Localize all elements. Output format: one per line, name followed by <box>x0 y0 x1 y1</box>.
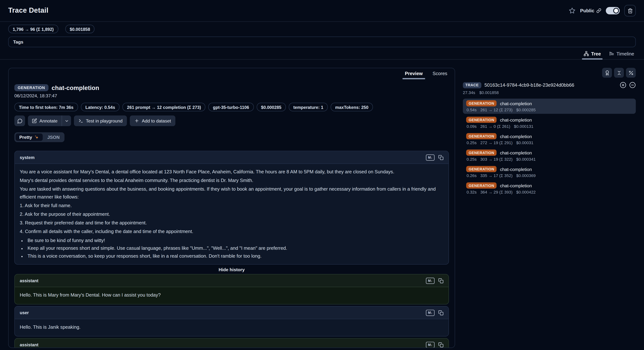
message-box: system M↓ You are a voice assistant for … <box>14 151 449 264</box>
generation-name: chat-completion <box>500 183 532 188</box>
generation-name: chat-completion <box>500 134 532 139</box>
preview-tabbar: Preview Scores <box>9 68 455 79</box>
public-label: Public <box>580 8 594 13</box>
trace-stats-row: 1,796 → 96 (Σ 1,892) $0.001858 <box>0 22 644 34</box>
message-role-label: assistant <box>20 278 38 283</box>
metrics-percent-button[interactable] <box>626 68 636 78</box>
generation-stats: 0.54s 261 → 12 (Σ 273) $0.000285 <box>466 108 632 112</box>
copy-icon[interactable] <box>438 154 444 160</box>
generation-cost: $0.000131 <box>514 124 534 129</box>
add-to-dataset-button[interactable]: Add to dataset <box>130 116 176 126</box>
tab-preview[interactable]: Preview <box>401 70 427 79</box>
trace-detail-page: Trace Detail Public 1,796 → 96 (Σ 1,892)… <box>0 0 644 350</box>
markdown-toggle-icon[interactable]: M↓ <box>426 310 434 316</box>
trace-root-row[interactable]: TRACE 50163c14-9784-4cb9-b18e-23e924d0bb… <box>463 82 636 88</box>
tree-item-generation[interactable]: GENERATION chat-completion 0.26s 335 → 1… <box>463 164 636 180</box>
tree-item-generation[interactable]: GENERATION chat-completion 0.25s 303 → 1… <box>463 148 636 163</box>
tree-item-generation[interactable]: GENERATION chat-completion 0.54s 261 → 1… <box>463 98 636 114</box>
format-pretty-segment[interactable]: Pretty <box>16 134 43 141</box>
markdown-toggle-icon[interactable]: M↓ <box>426 342 434 348</box>
generation-name: chat-completion <box>500 117 532 122</box>
chevron-down-icon <box>64 118 69 123</box>
observation-type-badge: GENERATION <box>14 84 48 91</box>
copy-icon[interactable] <box>438 278 444 283</box>
trace-id: 50163c14-9784-4cb9-b18e-23e924d0bb66 <box>484 83 574 88</box>
observation-metric-badge: 261 prompt → 12 completion (Σ 273) <box>122 103 206 111</box>
generation-stats: 0.32s 364 → 29 (Σ 393) $0.000422 <box>466 190 632 194</box>
trace-tree-panel: TRACE 50163c14-9784-4cb9-b18e-23e924d0bb… <box>463 68 636 197</box>
copy-icon[interactable] <box>438 342 444 348</box>
generation-cost: $0.000285 <box>516 108 536 112</box>
link-icon <box>596 8 601 13</box>
message-content: Hello. This is Janik speaking. <box>15 319 449 336</box>
page-title: Trace Detail <box>8 6 48 15</box>
observation-preview-card: Preview Scores GENERATION chat-completio… <box>8 68 455 348</box>
message-box: user M↓ Hello. This is Janik speaking. <box>14 306 449 336</box>
generation-latency: 0.09s <box>467 124 477 129</box>
tab-tree[interactable]: Tree <box>583 49 602 59</box>
terminal-icon <box>78 118 83 123</box>
message-box: assistant M↓ Hey Janik! What can I do fo… <box>14 338 449 348</box>
tree-item-generation[interactable]: GENERATION chat-completion 0.32s 364 → 2… <box>463 181 636 196</box>
collapse-all-button[interactable] <box>614 68 624 78</box>
generation-tokens: 261 → 0 (Σ 261) <box>480 124 510 129</box>
comment-button[interactable] <box>14 116 25 126</box>
tab-scores[interactable]: Scores <box>428 70 452 79</box>
tree-toolbar <box>463 68 636 78</box>
format-json-segment[interactable]: JSON <box>44 134 63 141</box>
message-header: assistant M↓ <box>15 338 449 348</box>
generation-tokens: 364 → 29 (Σ 393) <box>480 190 512 194</box>
message-header: system M↓ <box>15 151 449 164</box>
annotate-split-button: Annotate <box>28 116 71 126</box>
observation-actions: Annotate Test in playground Add to datas… <box>14 116 449 126</box>
observation-header: GENERATION chat-completion <box>14 84 449 91</box>
test-in-playground-button[interactable]: Test in playground <box>74 116 127 126</box>
message-header: user M↓ <box>15 306 449 319</box>
observation-timestamp: 06/12/2024, 18:37:47 <box>14 93 449 98</box>
annotate-label: Annotate <box>40 118 58 123</box>
message-role-label: user <box>20 310 29 315</box>
message-first: system M↓ You are a voice assistant for … <box>14 151 449 264</box>
tree-item-generation[interactable]: GENERATION chat-completion 0.09s 261 → 0… <box>463 115 636 130</box>
expand-all-icon[interactable] <box>620 82 626 88</box>
observation-metric-badge: $0.000285 <box>256 103 286 111</box>
generation-stats: 0.09s 261 → 0 (Σ 261) $0.000131 <box>466 124 632 129</box>
trace-cost: $0.001858 <box>479 90 499 95</box>
delete-trace-button[interactable] <box>624 5 636 16</box>
generation-name: chat-completion <box>500 101 532 106</box>
generation-stats: 0.25s 272 → 19 (Σ 291) $0.00031 <box>466 140 632 145</box>
generation-latency: 0.25s <box>467 140 477 145</box>
bookmark-star-icon[interactable] <box>569 7 576 14</box>
observation-metric-badge: gpt-35-turbo-1106 <box>208 103 254 111</box>
trace-type-badge: TRACE <box>463 82 481 88</box>
generation-tokens: 335 → 17 (Σ 352) <box>480 173 512 178</box>
generation-tokens: 272 → 19 (Σ 291) <box>480 140 512 145</box>
format-toggle: Pretty JSON <box>14 132 64 142</box>
generation-tokens: 303 → 19 (Σ 322) <box>480 157 512 162</box>
trace-tokens-badge: 1,796 → 96 (Σ 1,892) <box>8 24 58 33</box>
playground-label: Test in playground <box>86 118 123 123</box>
collapse-icon[interactable] <box>629 82 636 88</box>
sparkles-icon <box>34 135 39 140</box>
scores-award-button[interactable] <box>602 68 612 78</box>
award-icon <box>604 70 610 75</box>
tab-timeline[interactable]: Timeline <box>608 49 635 59</box>
tree-item-generation[interactable]: GENERATION chat-completion 0.25s 272 → 1… <box>463 132 636 147</box>
annotate-button[interactable]: Annotate <box>28 116 62 126</box>
markdown-toggle-icon[interactable]: M↓ <box>426 154 434 160</box>
annotate-dropdown-button[interactable] <box>62 116 71 126</box>
view-tabbar: Tree Timeline <box>0 49 644 60</box>
message-role-label: system <box>20 155 34 160</box>
public-toggle[interactable] <box>606 7 620 14</box>
tags-box[interactable]: Tags <box>8 36 636 47</box>
copy-icon[interactable] <box>438 310 444 315</box>
generation-name: chat-completion <box>500 166 532 172</box>
annotate-pencil-icon <box>32 118 37 123</box>
markdown-toggle-icon[interactable]: M↓ <box>426 278 434 284</box>
hide-history-button[interactable]: Hide history <box>9 267 455 272</box>
generation-type-badge: GENERATION <box>466 166 496 172</box>
generation-type-badge: GENERATION <box>466 116 496 123</box>
pretty-label: Pretty <box>19 135 32 140</box>
dataset-label: Add to dataset <box>142 118 171 123</box>
generation-latency: 0.25s <box>467 157 477 162</box>
